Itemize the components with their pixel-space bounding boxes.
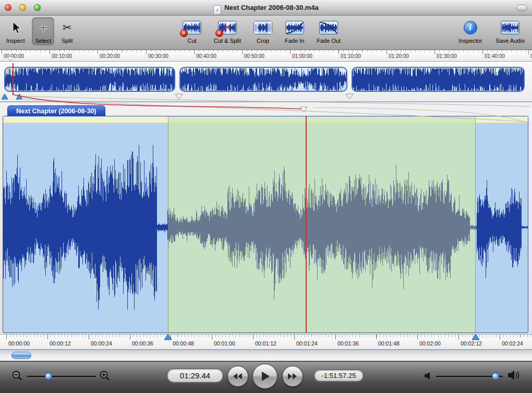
fast-forward-icon (288, 373, 297, 379)
tool-label: Cut (187, 38, 196, 44)
waveform-canvas[interactable] (3, 123, 528, 333)
tool-split-button[interactable]: ✂ Split (58, 17, 76, 45)
tick-label: 00:00:12 (50, 340, 71, 347)
volume-max-speaker-icon (508, 370, 521, 380)
tick-label: 00:00:36 (132, 340, 153, 347)
current-time-display: 01:29.44 (167, 368, 223, 383)
window-title-text: Next Chapter 2006-08-30.m4a (224, 4, 319, 11)
split-handle-icon[interactable] (345, 93, 354, 100)
save-audio-icon (501, 18, 519, 37)
tool-label: Crop (257, 38, 269, 44)
crop-button[interactable]: Crop (250, 17, 275, 45)
overview-ruler[interactable]: 00:00:00 00:10:00 00:20:00 00:30:00 00:4… (0, 50, 532, 62)
tool-group-modes: Inspect Select ✂ Split (3, 17, 76, 45)
titlebar[interactable]: ♪Next Chapter 2006-08-30.m4a (0, 0, 532, 16)
tick-label: 00:01:12 (255, 340, 276, 347)
cut-and-split-button[interactable]: ✕✕ Cut & Split (211, 17, 244, 45)
select-crosshair-icon (37, 18, 50, 37)
tick-label: 00:00:24 (91, 340, 112, 347)
tool-group-actions: ✕ Cut ✕✕ Cut & Split Crop Fade (179, 17, 344, 45)
tick-label: 01:20:00 (389, 53, 409, 59)
tool-label: Fade In (285, 38, 304, 44)
toolbar-toggle-button[interactable] (516, 5, 527, 11)
audio-document-icon: ♪ (213, 5, 221, 15)
split-handle-icon[interactable] (175, 93, 183, 100)
tick-label: 00:20:00 (100, 53, 120, 59)
editor-stage: Next Chapter (2006-08-30) (0, 102, 532, 334)
rewind-button[interactable] (227, 366, 248, 387)
selection-start-marker-icon[interactable] (1, 93, 8, 100)
inspector-button[interactable]: i Inspector (455, 17, 485, 45)
window-title: ♪Next Chapter 2006-08-30.m4a (0, 0, 532, 16)
fade-in-button[interactable]: Fade In (282, 17, 307, 45)
zoom-out-button[interactable] (11, 370, 23, 382)
overview-segment-1[interactable] (4, 67, 175, 92)
tool-group-right: i Inspector Save Audio (455, 17, 528, 45)
overview-segment-3[interactable] (352, 67, 525, 92)
cut-icon: ✕ (183, 18, 201, 37)
view-range-marker-icon[interactable] (6, 56, 15, 62)
minor-ticks (2, 50, 532, 52)
cut-and-split-icon: ✕✕ (218, 18, 237, 37)
fission-window: ♪Next Chapter 2006-08-30.m4a Inspect Sel… (0, 0, 532, 393)
tick-label: 00:30:00 (148, 53, 168, 59)
tool-inspect-button[interactable]: Inspect (3, 17, 28, 45)
cut-button[interactable]: ✕ Cut (179, 17, 204, 45)
remaining-time-display: -1:51:57.25 (314, 370, 364, 382)
crop-icon (253, 18, 272, 37)
tick-label: 00:10:00 (52, 53, 72, 59)
play-button[interactable] (252, 364, 277, 389)
playhead-handle-icon[interactable] (299, 106, 308, 113)
tick-label: 00:00:48 (173, 340, 194, 347)
overview-strip[interactable] (0, 62, 532, 102)
zoom-in-button[interactable] (99, 370, 111, 382)
waveform-clip[interactable] (3, 116, 528, 333)
horizontal-scrollbar[interactable] (0, 350, 532, 361)
fast-forward-button[interactable] (282, 366, 303, 387)
inspect-cursor-icon (10, 18, 21, 37)
tool-label: Inspector (458, 38, 482, 44)
volume-min-speaker-icon (425, 372, 431, 379)
tool-label: Fade Out (317, 38, 341, 44)
minor-ticks (6, 335, 532, 337)
playhead-line[interactable] (306, 116, 307, 332)
tick-label: 00:40:00 (196, 53, 216, 59)
volume-slider-thumb[interactable] (492, 373, 499, 380)
rewind-icon (233, 373, 243, 379)
selection-right-handle-icon[interactable] (471, 334, 480, 340)
zoom-slider[interactable] (27, 376, 96, 377)
track-title-tab[interactable]: Next Chapter (2006-08-30) (7, 105, 105, 116)
selection-end-marker-icon[interactable] (16, 93, 23, 100)
tick-label: 00:01:24 (296, 340, 318, 347)
zoom-slider-thumb[interactable] (45, 373, 52, 380)
split-scissors-icon: ✂ (63, 18, 72, 37)
tool-select-button[interactable]: Select (32, 17, 54, 45)
volume-slider[interactable] (436, 376, 503, 377)
tick-label: 00:02:24 (502, 340, 523, 347)
tick-label: 01:00:00 (292, 53, 312, 59)
fade-out-icon (319, 18, 338, 37)
tick-label: 00:02:12 (461, 340, 482, 347)
tool-label: Save Audio (495, 38, 525, 44)
tool-label: Inspect (6, 38, 25, 44)
overview-segment-2[interactable] (179, 67, 347, 92)
main-ruler[interactable]: 00:00:00 00:00:12 00:00:24 00:00:36 00:0… (0, 334, 532, 350)
tick-label: 00:02:00 (419, 340, 441, 347)
save-audio-button[interactable]: Save Audio (492, 17, 528, 45)
tick-label: 00:01:48 (378, 340, 400, 347)
selection-left-handle-icon[interactable] (164, 334, 172, 340)
scrollbar-thumb[interactable] (11, 352, 31, 359)
fade-out-button[interactable]: Fade Out (313, 17, 344, 45)
tick-label: 00:00:00 (8, 340, 30, 347)
tick-label: 01:40:00 (485, 53, 505, 59)
tick-label: 00:50:00 (244, 53, 264, 59)
play-icon (262, 372, 270, 381)
tick-label: 01:10:00 (341, 53, 361, 59)
tick-label: 00:01:00 (214, 340, 235, 347)
control-bar: 01:29.44 -1:51:57.25 (0, 361, 532, 393)
toolbar: Inspect Select ✂ Split ✕ Cut (0, 16, 532, 50)
overview-playhead[interactable] (13, 63, 14, 95)
inspector-info-icon: i (464, 18, 477, 37)
tool-label: Cut & Split (214, 38, 241, 44)
tick-label: 00:01:36 (337, 340, 359, 347)
